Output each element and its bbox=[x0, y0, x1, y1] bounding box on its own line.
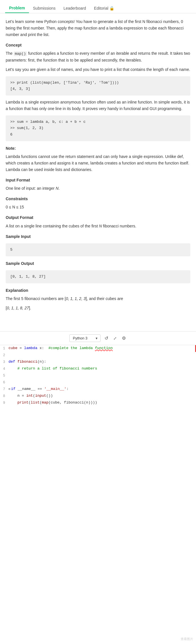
expand-button[interactable]: ⤢ bbox=[112, 335, 118, 342]
explanation-paragraph: The first 5 fibonacci numbers are [0, 1,… bbox=[6, 295, 190, 302]
sample-input-block: 5 bbox=[6, 243, 190, 256]
map-code: map() bbox=[14, 51, 27, 56]
lambda-paragraph: Lambda is a single expression anonymous … bbox=[6, 99, 190, 112]
nav-leaderboard[interactable]: Leaderboard bbox=[59, 4, 90, 13]
fib-numbers: 0, 1, 1, 2, 3 bbox=[66, 296, 86, 301]
line-num-9: 9 bbox=[0, 400, 9, 406]
input-format-title: Input Format bbox=[6, 177, 190, 183]
explanation-title: Explanation bbox=[6, 287, 190, 294]
line-content-9: print(list(map(cube, fibonacci(n)))) bbox=[9, 400, 196, 406]
code-line-9: 9 print(list(map(cube, fibonacci(n)))) bbox=[0, 400, 196, 406]
line-content-4: # return a list of fibonacci numbers bbox=[9, 366, 196, 372]
line-num-6: 6 bbox=[0, 379, 9, 385]
sample-input-title: Sample Input bbox=[6, 233, 190, 240]
input-n-var: N bbox=[56, 186, 59, 191]
settings-button[interactable]: ⚙ bbox=[121, 334, 127, 342]
note-paragraph: Lambda functions cannot use the return s… bbox=[6, 153, 190, 173]
code-line-2: 2 bbox=[0, 352, 196, 359]
line-num-3: 3 bbox=[0, 359, 9, 365]
code-line-5: 5 bbox=[0, 372, 196, 379]
line-num-8: 8 bbox=[0, 393, 9, 399]
concept-p1-post: function applies a function to every mem… bbox=[6, 51, 190, 62]
language-selector-wrapper: Python 3 Python 2 Java C++ ▼ bbox=[69, 334, 101, 342]
line-num-2: 2 bbox=[0, 352, 9, 358]
reset-button[interactable]: ↺ bbox=[103, 334, 109, 342]
code-line-4: 4 # return a list of fibonacci numbers bbox=[0, 366, 196, 372]
line-content-1: cube = lambda x: #complete the lambda fu… bbox=[9, 345, 195, 351]
nav-bar: Problem Submissions Leaderboard Editoria… bbox=[0, 0, 196, 13]
nav-editorial[interactable]: Editorial 🔒 bbox=[90, 4, 118, 13]
cubes-values: 0, 1, 1, 8, 27 bbox=[7, 306, 29, 310]
line-content-7: ⊖if __name__ == '__main__': bbox=[9, 386, 196, 392]
nav-editorial-label: Editorial bbox=[94, 6, 109, 10]
code-line-1: 1 cube = lambda x: #complete the lambda … bbox=[0, 345, 196, 352]
input-format-paragraph: One line of input: an integer N. bbox=[6, 185, 190, 192]
code-line-8: 8 n = int(input()) bbox=[0, 393, 196, 400]
output-format-paragraph: A list on a single line containing the c… bbox=[6, 223, 190, 229]
editor-toolbar: Python 3 Python 2 Java C++ ▼ ↺ ⤢ ⚙ bbox=[0, 331, 196, 345]
lock-icon: 🔒 bbox=[109, 6, 114, 10]
nav-submissions[interactable]: Submissions bbox=[29, 4, 59, 13]
line-content-3: def fibonacci(n): bbox=[9, 359, 196, 365]
gear-icon: ⚙ bbox=[122, 335, 126, 341]
code-line-7: 7 ⊖if __name__ == '__main__': bbox=[0, 386, 196, 393]
sample-output-title: Sample Output bbox=[6, 260, 190, 267]
note-title: Note: bbox=[6, 145, 190, 152]
concept-p1-pre: The bbox=[6, 51, 14, 56]
problem-content: Let's learn some new Python concepts! Yo… bbox=[0, 13, 196, 326]
expand-icon: ⤢ bbox=[113, 336, 117, 341]
line-num-7: 7 bbox=[0, 386, 9, 392]
language-select[interactable]: Python 3 Python 2 Java C++ bbox=[69, 334, 101, 342]
code-line-3: 3 def fibonacci(n): bbox=[0, 359, 196, 366]
code-line-6: 6 bbox=[0, 379, 196, 386]
line-content-8: n = int(input()) bbox=[9, 393, 196, 399]
intro-paragraph: Let's learn some new Python concepts! Yo… bbox=[6, 18, 190, 38]
sample-output-block: [0, 1, 1, 8, 27] bbox=[6, 270, 190, 283]
constraints-value: 0 ≤ N ≤ 15 bbox=[6, 204, 190, 210]
output-n-var: N bbox=[99, 224, 102, 228]
explanation-cubes: [0, 1, 1, 8, 27]. bbox=[6, 305, 190, 311]
constraints-title: Constraints bbox=[6, 196, 190, 202]
line-num-1: 1 bbox=[0, 345, 9, 351]
line-num-5: 5 bbox=[0, 372, 9, 379]
output-format-title: Output Format bbox=[6, 214, 190, 221]
code-block-2: >> sum = lambda a, b, c: a + b + c >> su… bbox=[6, 115, 190, 141]
concept-paragraph-2: Let's say you are given a list of names,… bbox=[6, 66, 190, 73]
concept-title: Concept bbox=[6, 42, 190, 48]
code-editor[interactable]: 1 cube = lambda x: #complete the lambda … bbox=[0, 345, 196, 406]
code-block-1: >> print (list(map(len, ['Tina', 'Raj', … bbox=[6, 76, 190, 96]
reset-icon: ↺ bbox=[105, 335, 108, 341]
watermark: 查看图片 bbox=[181, 637, 193, 641]
editor-section: Python 3 Python 2 Java C++ ▼ ↺ ⤢ ⚙ 1 cub… bbox=[0, 331, 196, 406]
nav-problem[interactable]: Problem bbox=[5, 3, 29, 13]
concept-paragraph-1: The map() function applies a function to… bbox=[6, 50, 190, 64]
line-num-4: 4 bbox=[0, 366, 9, 372]
